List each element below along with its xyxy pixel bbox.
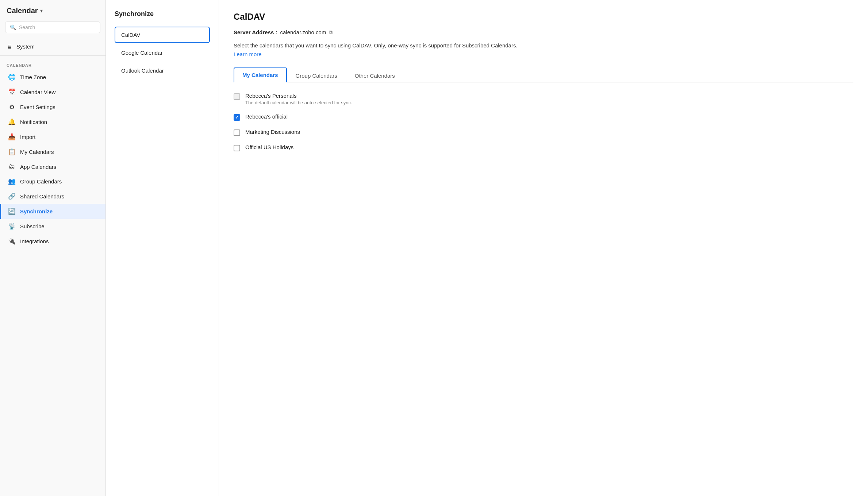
calendar-name-rebeccas-official: Rebecca's official bbox=[245, 113, 288, 120]
calendars-list: Rebecca's Personals The default calendar… bbox=[234, 93, 853, 151]
import-icon: 📥 bbox=[8, 133, 16, 141]
sidebar-item-label: Shared Calendars bbox=[20, 193, 64, 199]
time-zone-icon: 🌐 bbox=[8, 73, 16, 81]
sync-item-outlook-calendar[interactable]: Outlook Calendar bbox=[115, 62, 210, 79]
sidebar-item-integrations[interactable]: 🔌 Integrations bbox=[0, 234, 105, 249]
checkbox-official-us-holidays[interactable] bbox=[234, 145, 240, 151]
calendar-item-rebeccas-personals: Rebecca's Personals The default calendar… bbox=[234, 93, 853, 105]
tabs-row: My CalendarsGroup CalendarsOther Calenda… bbox=[234, 67, 853, 82]
system-label: System bbox=[16, 43, 35, 50]
sidebar-item-label: Import bbox=[20, 134, 36, 140]
sync-panel-title: Synchronize bbox=[115, 10, 210, 18]
search-input[interactable]: 🔍 Search bbox=[5, 22, 100, 33]
search-icon: 🔍 bbox=[10, 24, 16, 30]
calendar-item-official-us-holidays: Official US Holidays bbox=[234, 144, 853, 151]
integrations-icon: 🔌 bbox=[8, 237, 16, 245]
chevron-down-icon: ▾ bbox=[40, 8, 43, 13]
checkbox-rebeccas-personals bbox=[234, 93, 240, 100]
tab-other-calendars[interactable]: Other Calendars bbox=[346, 68, 404, 82]
server-address-value: calendar.zoho.com bbox=[280, 29, 326, 35]
sidebar-item-label: Calendar View bbox=[20, 89, 55, 95]
app-title-text: Calendar bbox=[7, 7, 38, 15]
sync-item-google-calendar[interactable]: Google Calendar bbox=[115, 44, 210, 61]
tab-my-calendars[interactable]: My Calendars bbox=[234, 67, 287, 82]
calendar-name-official-us-holidays: Official US Holidays bbox=[245, 144, 293, 150]
learn-more-link[interactable]: Learn more bbox=[234, 51, 262, 57]
main-content: CalDAV Server Address : calendar.zoho.co… bbox=[219, 0, 868, 496]
sidebar-item-label: Group Calendars bbox=[20, 178, 62, 185]
shared-calendars-icon: 🔗 bbox=[8, 193, 16, 200]
my-calendars-icon: 📋 bbox=[8, 148, 16, 156]
server-address-row: Server Address : calendar.zoho.com ⧉ bbox=[234, 29, 853, 35]
calendar-item-rebeccas-official: Rebecca's official bbox=[234, 113, 853, 121]
subscribe-icon: 📡 bbox=[8, 222, 16, 230]
sync-item-caldav[interactable]: CalDAV bbox=[115, 27, 210, 43]
tab-group-calendars[interactable]: Group Calendars bbox=[287, 68, 346, 82]
calendar-name-rebeccas-personals: Rebecca's Personals bbox=[245, 93, 352, 99]
app-title[interactable]: Calendar ▾ bbox=[0, 7, 105, 22]
description-body: Select the calendars that you want to sy… bbox=[234, 42, 518, 49]
page-title: CalDAV bbox=[234, 12, 853, 22]
sidebar-item-label: Time Zone bbox=[20, 74, 46, 80]
sidebar-item-notification[interactable]: 🔔 Notification bbox=[0, 115, 105, 129]
sidebar-item-label: Event Settings bbox=[20, 104, 55, 110]
checkbox-rebeccas-official[interactable] bbox=[234, 114, 240, 121]
sidebar-item-subscribe[interactable]: 📡 Subscribe bbox=[0, 219, 105, 234]
description-text: Select the calendars that you want to sy… bbox=[234, 41, 518, 59]
sidebar-items: 🌐 Time Zone 📅 Calendar View ⚙ Event Sett… bbox=[0, 70, 105, 249]
sidebar-item-label: Synchronize bbox=[20, 208, 53, 214]
sidebar-item-calendar-view[interactable]: 📅 Calendar View bbox=[0, 85, 105, 100]
calendar-note-rebeccas-personals: The default calendar will be auto-select… bbox=[245, 100, 352, 105]
sync-panel: Synchronize CalDAVGoogle CalendarOutlook… bbox=[106, 0, 219, 496]
sidebar-item-label: Integrations bbox=[20, 238, 49, 244]
group-calendars-icon: 👥 bbox=[8, 178, 16, 185]
synchronize-icon: 🔄 bbox=[8, 208, 16, 215]
sidebar-item-import[interactable]: 📥 Import bbox=[0, 129, 105, 144]
sidebar-divider bbox=[0, 55, 105, 56]
copy-icon[interactable]: ⧉ bbox=[329, 29, 333, 35]
calendar-section-label: CALENDAR bbox=[0, 58, 105, 70]
sidebar-item-label: My Calendars bbox=[20, 149, 54, 155]
calendar-name-marketing-discussions: Marketing Discussions bbox=[245, 129, 300, 135]
sidebar-item-synchronize[interactable]: 🔄 Synchronize bbox=[0, 204, 105, 219]
search-placeholder: Search bbox=[19, 24, 35, 30]
sidebar-item-app-calendars[interactable]: 🗂 App Calendars bbox=[0, 159, 105, 174]
sidebar-item-time-zone[interactable]: 🌐 Time Zone bbox=[0, 70, 105, 85]
calendar-item-marketing-discussions: Marketing Discussions bbox=[234, 129, 853, 136]
notification-icon: 🔔 bbox=[8, 118, 16, 126]
sidebar-item-group-calendars[interactable]: 👥 Group Calendars bbox=[0, 174, 105, 189]
sync-items: CalDAVGoogle CalendarOutlook Calendar bbox=[115, 27, 210, 79]
sidebar-item-label: Notification bbox=[20, 119, 47, 125]
sidebar-item-event-settings[interactable]: ⚙ Event Settings bbox=[0, 100, 105, 115]
sidebar: Calendar ▾ 🔍 Search 🖥 System CALENDAR 🌐 … bbox=[0, 0, 106, 496]
server-address-label: Server Address : bbox=[234, 29, 277, 35]
calendar-view-icon: 📅 bbox=[8, 88, 16, 96]
system-icon: 🖥 bbox=[7, 43, 12, 50]
sidebar-item-label: Subscribe bbox=[20, 223, 45, 229]
sidebar-item-shared-calendars[interactable]: 🔗 Shared Calendars bbox=[0, 189, 105, 204]
app-calendars-icon: 🗂 bbox=[8, 163, 16, 170]
checkbox-marketing-discussions[interactable] bbox=[234, 129, 240, 136]
sidebar-item-my-calendars[interactable]: 📋 My Calendars bbox=[0, 144, 105, 159]
sidebar-item-system[interactable]: 🖥 System bbox=[0, 40, 105, 53]
event-settings-icon: ⚙ bbox=[8, 103, 16, 111]
sidebar-item-label: App Calendars bbox=[20, 164, 56, 170]
